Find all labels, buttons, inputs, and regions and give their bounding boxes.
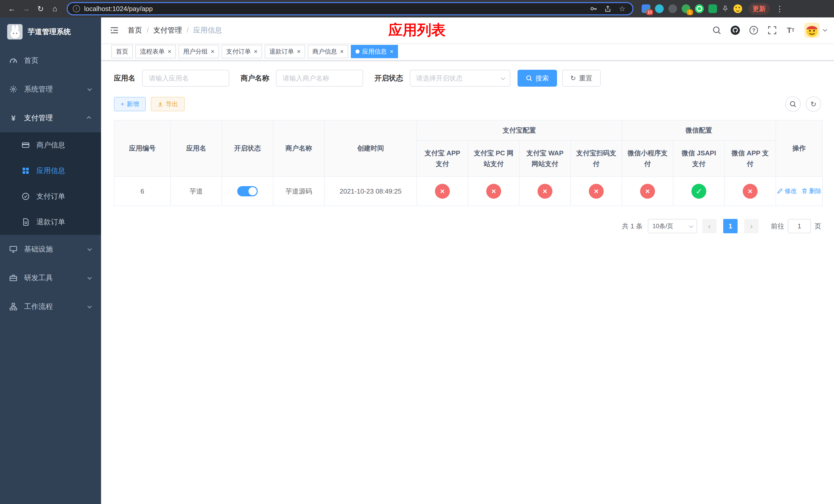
breadcrumb-home[interactable]: 首页 <box>128 25 142 35</box>
sidebar-logo[interactable]: 芋道管理系统 <box>0 18 101 46</box>
extension-icon-1[interactable]: 10 <box>642 4 650 13</box>
sidebar-item-payment[interactable]: ¥ 支付管理 <box>0 104 101 132</box>
delete-link[interactable]: 删除 <box>802 187 821 195</box>
delete-link-label: 删除 <box>809 187 821 195</box>
cell-app-id: 6 <box>114 177 171 206</box>
sidebar-item-refund-orders[interactable]: 退款订单 <box>0 209 101 235</box>
tab-merchant-info[interactable]: 商户信息× <box>308 45 348 58</box>
site-info-icon[interactable]: i <box>73 5 80 12</box>
column-header-actions: 操作 <box>776 120 822 177</box>
export-button[interactable]: 导出 <box>151 97 185 111</box>
password-key-icon[interactable] <box>588 4 598 14</box>
app-name-label: 应用名 <box>114 73 135 83</box>
sidebar-item-system[interactable]: 系统管理 <box>0 75 101 104</box>
close-icon[interactable]: × <box>254 48 258 54</box>
column-header-create-time[interactable]: 创建时间 <box>324 120 417 177</box>
tab-home[interactable]: 首页 <box>111 45 133 58</box>
share-icon[interactable] <box>603 4 613 14</box>
fullscreen-icon[interactable] <box>767 25 777 35</box>
tab-app-info[interactable]: 应用信息× <box>351 45 398 58</box>
status-toggle[interactable] <box>237 186 258 197</box>
plus-icon: + <box>120 100 124 108</box>
column-header-alipay-qr[interactable]: 支付宝扫码支付 <box>571 141 622 177</box>
user-avatar-menu[interactable] <box>804 23 826 38</box>
extension-icon-5[interactable] <box>695 4 704 13</box>
cross-icon: × <box>645 187 650 196</box>
browser-menu-icon[interactable]: ⋮ <box>773 2 786 15</box>
column-header-wx-lite[interactable]: 微信小程序支付 <box>622 141 673 177</box>
chevron-down-icon <box>823 27 827 32</box>
cross-icon: × <box>594 187 598 196</box>
add-button[interactable]: + 新增 <box>114 97 146 111</box>
tab-user-group[interactable]: 用户分组× <box>178 45 219 58</box>
goto-page-input[interactable] <box>788 219 811 233</box>
tab-process-form[interactable]: 流程表单× <box>135 45 176 58</box>
extension-icon-3[interactable] <box>668 4 677 13</box>
help-icon[interactable]: ? <box>749 25 759 35</box>
workflow-icon <box>9 302 18 311</box>
close-icon[interactable]: × <box>340 48 344 54</box>
browser-home-icon[interactable]: ⌂ <box>48 2 62 15</box>
cross-icon: × <box>543 187 547 196</box>
edit-link[interactable]: 修改 <box>777 187 797 195</box>
sidebar-item-home[interactable]: 首页 <box>0 46 101 75</box>
breadcrumb-separator: / <box>147 26 149 35</box>
tab-refund-orders[interactable]: 退款订单× <box>265 45 305 58</box>
toggle-search-button[interactable] <box>785 96 801 112</box>
current-page-button[interactable]: 1 <box>723 219 738 233</box>
github-icon[interactable] <box>730 25 740 35</box>
page-size-select[interactable]: 10条/页 <box>648 219 697 233</box>
column-header-alipay-wap[interactable]: 支付宝 WAP 网站支付 <box>519 141 571 177</box>
sidebar-item-dev-tools[interactable]: 研发工具 <box>0 264 101 292</box>
pinned-extension-pin-icon[interactable] <box>722 5 729 12</box>
browser-back-icon[interactable]: ← <box>5 2 19 15</box>
column-header-app-id[interactable]: 应用编号 <box>114 120 171 177</box>
extension-emoji-icon[interactable] <box>733 4 742 13</box>
refresh-table-button[interactable]: ↻ <box>806 96 821 112</box>
merchant-name-input[interactable] <box>276 70 363 87</box>
extension-icon-2[interactable] <box>655 4 664 13</box>
sidebar-item-merchant-info[interactable]: 商户信息 <box>0 132 101 158</box>
bookmark-star-icon[interactable]: ☆ <box>617 4 627 14</box>
trash-icon <box>802 188 808 194</box>
column-header-wx-jsapi[interactable]: 微信 JSAPI 支付 <box>673 141 724 177</box>
grid-icon <box>22 167 30 175</box>
sidebar-item-payment-orders[interactable]: 支付订单 <box>0 184 101 209</box>
top-navbar: 首页 / 支付管理 / 应用信息 应用列表 ? <box>101 18 834 43</box>
breadcrumb-section[interactable]: 支付管理 <box>153 25 182 35</box>
sidebar-item-workflow[interactable]: 工作流程 <box>0 292 101 321</box>
column-header-app-name[interactable]: 应用名 <box>171 120 222 177</box>
chevron-down-icon <box>87 247 92 251</box>
svg-text:?: ? <box>752 27 755 33</box>
address-bar[interactable]: i localhost:1024/pay/app ☆ <box>67 2 633 15</box>
tab-payment-orders[interactable]: 支付订单× <box>222 45 262 58</box>
status-label: 开启状态 <box>374 73 403 83</box>
column-header-status[interactable]: 开启状态 <box>222 120 273 177</box>
column-header-alipay-pc[interactable]: 支付宝 PC 网站支付 <box>468 141 519 177</box>
font-size-icon[interactable]: TT <box>786 25 795 35</box>
sidebar-item-infrastructure[interactable]: 基础设施 <box>0 235 101 264</box>
disabled-status-icon: × <box>435 184 450 199</box>
header-search-icon[interactable] <box>712 25 722 35</box>
sidebar-toggle-icon[interactable] <box>109 25 119 36</box>
close-icon[interactable]: × <box>211 48 214 54</box>
status-select[interactable]: 请选择开启状态 <box>410 70 510 87</box>
browser-forward-icon[interactable]: → <box>20 2 33 15</box>
next-page-button[interactable]: › <box>744 219 759 233</box>
cell-app-name: 芋道 <box>171 177 222 206</box>
close-icon[interactable]: × <box>297 48 301 54</box>
search-button[interactable]: 搜索 <box>518 70 557 87</box>
column-header-wx-app[interactable]: 微信 APP 支付 <box>724 141 776 177</box>
prev-page-button[interactable]: ‹ <box>702 219 717 233</box>
sidebar-item-app-info[interactable]: 应用信息 <box>0 158 101 184</box>
extension-icon-6[interactable] <box>708 4 717 13</box>
reset-button[interactable]: ↻ 重置 <box>562 70 601 87</box>
browser-reload-icon[interactable]: ↻ <box>34 2 47 15</box>
close-icon[interactable]: × <box>168 48 171 54</box>
close-icon[interactable]: × <box>390 48 393 54</box>
app-name-input[interactable] <box>142 70 229 87</box>
column-header-alipay-app[interactable]: 支付宝 APP 支付 <box>417 141 468 177</box>
column-header-merchant-name[interactable]: 商户名称 <box>273 120 324 177</box>
extension-icon-4[interactable]: 1 <box>682 4 690 13</box>
browser-update-button[interactable]: 更新 <box>748 3 770 15</box>
